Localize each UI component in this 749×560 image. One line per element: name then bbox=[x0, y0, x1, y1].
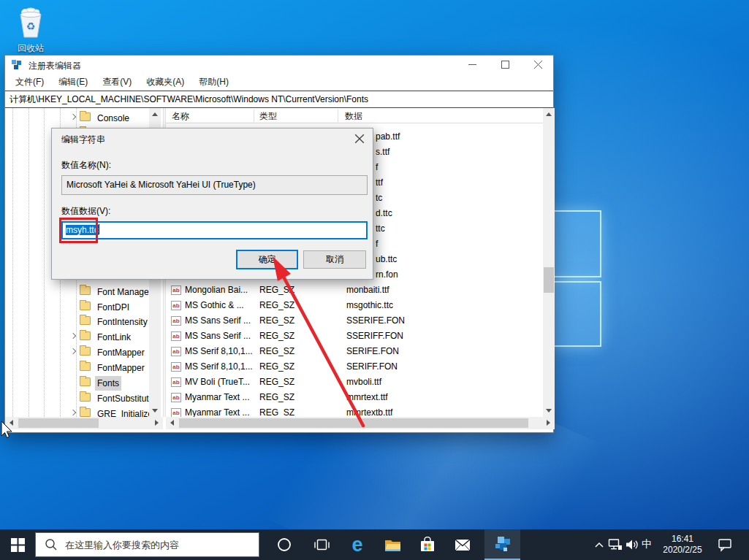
window-titlebar[interactable]: 注册表编辑器 bbox=[5, 55, 553, 74]
table-row[interactable]: ab Mongolian Bai... REG_SZ monbaiti.ttf bbox=[166, 283, 543, 298]
file-explorer-button[interactable] bbox=[384, 537, 401, 553]
cancel-button[interactable]: 取消 bbox=[303, 250, 366, 269]
microsoft-store-button[interactable] bbox=[419, 537, 436, 553]
dialog-close-icon[interactable] bbox=[354, 134, 365, 144]
tree-item-label: FontMapper bbox=[95, 361, 147, 375]
table-row[interactable]: ab MV Boli (TrueT... REG_SZ mvboli.ttf bbox=[166, 375, 543, 390]
start-button[interactable] bbox=[9, 537, 26, 553]
scroll-right-icon[interactable] bbox=[155, 420, 159, 426]
tree-item-fontdpi[interactable]: FontDPI bbox=[5, 299, 163, 313]
value-data-input[interactable]: msyh.ttc bbox=[61, 221, 368, 239]
table-row[interactable]: ab MS Gothic & ... REG_SZ msgothic.ttc bbox=[166, 298, 543, 313]
column-separator[interactable] bbox=[338, 110, 338, 122]
edit-string-dialog: 编辑字符串 数值名称(N): Microsoft YaHei & Microso… bbox=[51, 128, 373, 280]
taskbar-search-box[interactable] bbox=[35, 532, 259, 557]
recycle-bin-label: 回收站 bbox=[7, 42, 54, 55]
tray-expand-button[interactable] bbox=[590, 537, 608, 553]
tree-item-fontmapper[interactable]: FontMapper bbox=[5, 344, 163, 358]
column-separator[interactable] bbox=[254, 110, 254, 122]
expand-chevron-icon[interactable] bbox=[70, 114, 76, 120]
table-row[interactable]: ab MS Serif 8,10,1... REG_SZ SERIFE.FON bbox=[166, 344, 543, 359]
ok-button[interactable]: 确定 bbox=[236, 250, 298, 269]
expand-chevron-icon[interactable] bbox=[70, 348, 76, 354]
value-type: REG_SZ bbox=[259, 298, 294, 313]
tree-item-gre-initialize[interactable]: GRE_Initialize bbox=[5, 405, 163, 417]
column-header-data[interactable]: 数据 bbox=[345, 110, 362, 123]
search-input[interactable] bbox=[65, 540, 248, 551]
registry-editor-taskbar-button[interactable] bbox=[484, 529, 520, 560]
expand-chevron-icon[interactable] bbox=[70, 410, 76, 415]
reg-sz-icon: ab bbox=[171, 408, 181, 417]
value-data: mmrtext.ttf bbox=[346, 390, 388, 405]
maximize-button[interactable] bbox=[489, 55, 522, 74]
menu-edit[interactable]: 编辑(E) bbox=[51, 74, 95, 91]
close-button[interactable] bbox=[522, 55, 555, 74]
tree-item-fontlink[interactable]: FontLink bbox=[5, 329, 163, 343]
registry-path-bar[interactable]: 计算机\HKEY_LOCAL_MACHINE\SOFTWARE\Microsof… bbox=[5, 91, 553, 108]
windows-logo-pane-top bbox=[550, 210, 601, 277]
reg-sz-icon: ab bbox=[171, 347, 181, 356]
mail-icon bbox=[455, 539, 471, 551]
close-icon bbox=[534, 61, 542, 69]
scroll-up-icon[interactable] bbox=[152, 112, 158, 116]
expand-chevron-icon[interactable] bbox=[70, 333, 76, 339]
value-data-label: 数值数据(V): bbox=[61, 205, 110, 218]
ime-indicator[interactable]: 中 bbox=[642, 538, 652, 551]
list-vertical-scrollbar[interactable] bbox=[543, 108, 555, 417]
mail-button[interactable] bbox=[454, 537, 471, 553]
scroll-up-icon[interactable] bbox=[546, 112, 552, 116]
clock-date: 2020/2/25 bbox=[658, 545, 707, 556]
tree-horizontal-scrollbar[interactable] bbox=[5, 417, 163, 429]
tree-item-fontintensity[interactable]: FontIntensity bbox=[5, 313, 163, 328]
recycle-bin-icon: ♻ bbox=[14, 4, 47, 41]
scroll-left-icon[interactable] bbox=[9, 420, 13, 426]
table-row[interactable]: ab MS Sans Serif ... REG_SZ SSERIFE.FON bbox=[166, 313, 543, 329]
cortana-button[interactable] bbox=[275, 537, 293, 553]
folder-icon bbox=[80, 393, 91, 402]
tree-item-console[interactable]: Console bbox=[5, 110, 163, 124]
volume-tray-button[interactable] bbox=[623, 537, 641, 553]
tree-item-fonts-selected[interactable]: Fonts bbox=[5, 375, 163, 389]
tree-item-label: FontLink bbox=[95, 330, 133, 345]
reg-sz-icon: ab bbox=[171, 285, 181, 295]
menu-help[interactable]: 帮助(H) bbox=[191, 74, 236, 91]
minimize-button[interactable] bbox=[456, 55, 489, 74]
tree-item-font-manage[interactable]: Font Manage bbox=[5, 283, 163, 298]
value-name: Myanmar Text ... bbox=[185, 390, 255, 405]
scroll-down-icon[interactable] bbox=[546, 409, 552, 413]
scrollbar-thumb[interactable] bbox=[18, 418, 99, 428]
scrollbar-thumb[interactable] bbox=[544, 267, 554, 293]
scroll-left-icon[interactable] bbox=[170, 420, 174, 426]
tree-item-fontmapper-2[interactable]: FontMapper bbox=[5, 359, 163, 374]
scroll-down-icon[interactable] bbox=[152, 409, 158, 413]
table-row[interactable]: ab MS Serif 8,10,1... REG_SZ SERIFF.FON bbox=[166, 359, 543, 375]
list-horizontal-scrollbar[interactable] bbox=[166, 417, 555, 429]
menu-view[interactable]: 查看(V) bbox=[95, 74, 139, 91]
value-name-field[interactable]: Microsoft YaHei & Microsoft YaHei UI (Tr… bbox=[61, 175, 368, 195]
menu-favorites[interactable]: 收藏夹(A) bbox=[139, 74, 191, 91]
scrollbar-thumb[interactable] bbox=[179, 418, 528, 428]
task-view-button[interactable] bbox=[313, 537, 330, 553]
table-row[interactable]: ab Myanmar Text ... REG_SZ mmrtext.ttf bbox=[166, 390, 543, 405]
network-tray-button[interactable] bbox=[607, 537, 624, 553]
edge-icon: e bbox=[351, 537, 362, 553]
tree-item-label: FontDPI bbox=[95, 300, 132, 315]
menu-file[interactable]: 文件(F) bbox=[8, 74, 51, 91]
tree-item-fontsubstitutes[interactable]: FontSubstitut bbox=[5, 390, 163, 404]
action-center-button[interactable] bbox=[716, 537, 734, 553]
table-row[interactable]: ab MS Sans Serif ... REG_SZ SSERIFF.FON bbox=[166, 329, 543, 344]
column-header-type[interactable]: 类型 bbox=[259, 110, 277, 123]
clipped-value-data: pab.ttf bbox=[376, 129, 400, 145]
clipped-value-data: f bbox=[376, 237, 378, 252]
table-row[interactable]: ab Myanmar Text ... REG_SZ mmrtextb.ttf bbox=[166, 405, 543, 417]
taskbar-clock[interactable]: 16:41 2020/2/25 bbox=[658, 534, 707, 556]
folder-icon bbox=[80, 302, 91, 310]
scroll-right-icon[interactable] bbox=[547, 420, 550, 426]
recycle-bin-desktop-icon[interactable]: ♻ 回收站 bbox=[7, 4, 54, 53]
edge-browser-button[interactable]: e bbox=[349, 537, 366, 553]
column-header-name[interactable]: 名称 bbox=[172, 110, 189, 123]
value-name: MS Serif 8,10,1... bbox=[185, 359, 255, 375]
windows-start-icon bbox=[11, 538, 25, 552]
value-type: REG_SZ bbox=[259, 359, 294, 375]
folder-icon bbox=[80, 331, 91, 340]
